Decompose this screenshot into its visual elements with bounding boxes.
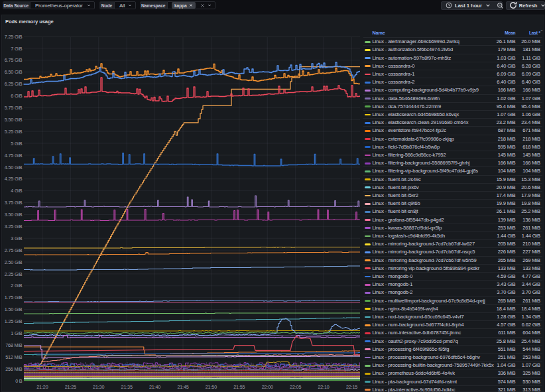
svg-text:22:10: 22:10 (318, 384, 329, 390)
svg-text:1.50 GiB: 1.50 GiB (5, 306, 23, 312)
svg-text:1.25 GiB: 1.25 GiB (5, 318, 23, 324)
svg-text:21:40: 21:40 (149, 384, 160, 390)
svg-text:6.75 GiB: 6.75 GiB (5, 57, 23, 63)
svg-text:2 GiB: 2 GiB (11, 283, 23, 289)
svg-text:6.50 GiB: 6.50 GiB (5, 69, 23, 75)
svg-text:21:25: 21:25 (65, 384, 76, 390)
svg-text:7 GiB: 7 GiB (11, 46, 23, 52)
svg-text:1.75 GiB: 1.75 GiB (5, 294, 23, 300)
svg-text:4.25 GiB: 4.25 GiB (5, 176, 23, 182)
svg-text:7.25 GiB: 7.25 GiB (5, 34, 23, 40)
svg-text:21:30: 21:30 (93, 384, 104, 390)
svg-text:768 MiB: 768 MiB (5, 342, 23, 348)
svg-text:21:45: 21:45 (177, 384, 188, 390)
svg-text:21:50: 21:50 (206, 384, 217, 390)
svg-text:22:15: 22:15 (346, 384, 357, 390)
svg-text:5 GiB: 5 GiB (11, 141, 23, 147)
svg-text:3 GiB: 3 GiB (11, 235, 23, 241)
svg-text:3.50 GiB: 3.50 GiB (5, 212, 23, 218)
svg-text:5.50 GiB: 5.50 GiB (5, 117, 23, 123)
svg-text:21:35: 21:35 (121, 384, 133, 390)
svg-text:5.75 GiB: 5.75 GiB (5, 105, 23, 111)
svg-text:5.25 GiB: 5.25 GiB (5, 129, 23, 135)
svg-text:4 GiB: 4 GiB (11, 188, 23, 194)
svg-text:4.75 GiB: 4.75 GiB (5, 153, 23, 159)
svg-text:3.75 GiB: 3.75 GiB (5, 200, 23, 206)
svg-text:4.50 GiB: 4.50 GiB (5, 164, 23, 170)
svg-text:22:05: 22:05 (290, 384, 301, 390)
svg-text:22:00: 22:00 (262, 384, 273, 390)
svg-text:2.50 GiB: 2.50 GiB (5, 259, 23, 265)
svg-text:2.75 GiB: 2.75 GiB (5, 247, 23, 253)
svg-text:6 GiB: 6 GiB (11, 93, 23, 99)
svg-text:3.25 GiB: 3.25 GiB (5, 224, 23, 229)
svg-text:256 MiB: 256 MiB (5, 366, 23, 372)
svg-text:2.25 GiB: 2.25 GiB (5, 271, 23, 277)
svg-text:21:20: 21:20 (36, 384, 48, 390)
svg-text:21:55: 21:55 (233, 384, 245, 390)
svg-text:0 B: 0 B (15, 378, 23, 384)
svg-text:512 MiB: 512 MiB (5, 354, 23, 360)
svg-text:1 GiB: 1 GiB (11, 330, 23, 336)
svg-text:6.25 GiB: 6.25 GiB (5, 81, 23, 87)
